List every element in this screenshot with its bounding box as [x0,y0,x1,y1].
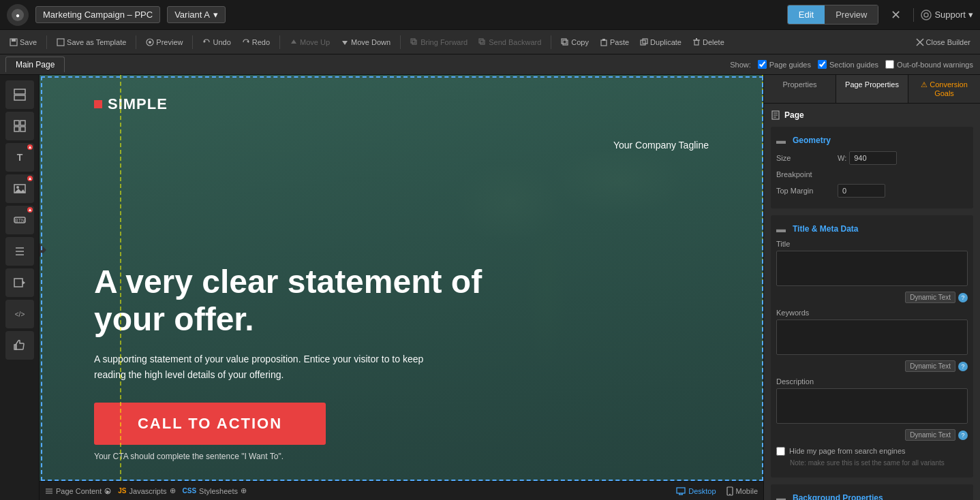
geometry-header: ▬ Geometry [776,135,968,146]
out-of-bound-toggle[interactable]: Out-of-bound warnings [885,60,973,69]
sidebar-expand-arrow[interactable] [40,243,46,257]
toolbar: Save Save as Template Preview Undo Redo … [0,30,980,54]
close-builder-button[interactable]: Close Builder [912,37,975,48]
subheadline[interactable]: A supporting statement of your value pro… [94,351,435,382]
sidebar-icon-elements[interactable] [5,112,34,140]
canvas-header-row: SIMPLE Your Company Tagline [94,95,709,195]
preview-toolbar-button[interactable]: Preview [142,37,187,48]
sidebar-icon-button[interactable]: BTN [5,206,34,234]
mobile-button[interactable]: Mobile [726,486,758,496]
svg-rect-13 [412,40,416,44]
out-of-bound-checkbox[interactable] [885,60,894,69]
keywords-dynamic-btn[interactable]: Dynamic Text [905,360,955,372]
title-help-icon[interactable]: ? [958,293,968,302]
brand-logo: SIMPLE [94,95,168,113]
duplicate-button[interactable]: Duplicate [636,37,686,48]
geometry-section: ▬ Geometry Size W: Breakpoint Top Margin [771,127,973,208]
device-group: Desktop Mobile [676,486,758,496]
cta-button[interactable]: CALL TO ACTION [94,403,326,445]
sidebar-icon-list[interactable] [5,237,34,266]
sidebar-icon-sections[interactable] [5,80,34,109]
sidebar-icon-text[interactable]: T [5,143,34,172]
svg-text:BTN: BTN [15,218,25,223]
title-textarea[interactable] [776,251,968,286]
edit-button[interactable]: Edit [788,5,825,24]
top-margin-input[interactable] [838,184,885,198]
svg-rect-19 [601,40,607,46]
svg-text:●: ● [16,12,20,19]
panel-tabs: Properties Page Properties ⚠ Conversion … [764,75,980,104]
sidebar-icon-code[interactable]: </> [5,300,34,328]
bring-forward-button[interactable]: Bring Forward [406,37,472,48]
stylesheets-tab[interactable]: CSS Stylesheets ⊕ [183,486,247,495]
title-field-row: Title [776,240,968,286]
page-guides-toggle[interactable]: Page guides [758,60,811,69]
paste-button[interactable]: Paste [596,37,633,48]
page-guides-checkbox[interactable] [758,60,767,69]
sidebar-icon-video[interactable] [5,268,34,297]
geometry-collapse[interactable]: ▬ [776,135,786,146]
svg-rect-18 [562,39,566,44]
svg-marker-38 [14,189,25,193]
hide-page-checkbox[interactable] [776,447,785,456]
brand-square [94,100,102,108]
description-dynamic-btn[interactable]: Dynamic Text [905,429,955,441]
undo-button[interactable]: Undo [198,37,234,48]
tagline: Your Company Tagline [613,140,709,151]
send-backward-button[interactable]: Send Backward [474,37,545,48]
svg-marker-9 [204,40,206,43]
headline[interactable]: A very clear statement of your offer. [94,263,503,338]
hide-page-row: Hide my page from search engines [776,446,968,456]
svg-text:</>: </> [14,311,25,318]
javascripts-tab[interactable]: JS Javascripts ⊕ [118,486,175,495]
section-guides-checkbox[interactable] [818,60,827,69]
svg-rect-17 [563,40,568,45]
section-guides-toggle[interactable]: Section guides [818,60,878,69]
sidebar-icon-image[interactable] [5,174,34,203]
keywords-help-icon[interactable]: ? [958,362,968,371]
svg-rect-32 [14,127,19,131]
variant-select[interactable]: Variant A ▾ [167,6,226,23]
move-down-button[interactable]: Move Down [337,37,395,48]
delete-button[interactable]: Delete [688,37,729,48]
canvas-bottom: Page Content ▶ JS Javascripts ⊕ CSS Styl… [40,481,763,500]
svg-rect-23 [694,40,699,45]
description-field-row: Description [776,377,968,424]
conversion-goals-tab[interactable]: ⚠ Conversion Goals [908,75,980,103]
background-collapse[interactable]: ▬ [776,493,786,500]
canvas-content: SIMPLE Your Company Tagline A very clear… [40,75,763,482]
logo-button[interactable]: ● [7,4,29,26]
top-margin-row: Top Margin [776,184,968,198]
svg-rect-28 [14,89,25,94]
support-button[interactable]: Support ▾ [921,10,973,20]
svg-text:T: T [16,152,22,163]
page-section-header: Page [771,110,973,120]
campaign-name[interactable]: Marketing Campaign – PPC [35,6,160,23]
title-dynamic-btn[interactable]: Dynamic Text [905,292,955,303]
close-topbar-button[interactable]: ✕ [885,7,906,22]
keywords-textarea[interactable] [776,319,968,355]
canvas-area: SIMPLE Your Company Tagline A very clear… [40,75,763,500]
svg-marker-35 [29,146,31,149]
desktop-button[interactable]: Desktop [676,487,716,495]
redo-button[interactable]: Redo [238,37,274,48]
page-properties-tab[interactable]: Page Properties [836,75,908,103]
save-button[interactable]: Save [5,37,41,48]
preview-button[interactable]: Preview [825,5,878,24]
keywords-field-row: Keywords [776,309,968,355]
edit-preview-group: Edit Preview [787,5,879,25]
save-template-button[interactable]: Save as Template [52,37,130,48]
move-up-button[interactable]: Move Up [286,37,334,48]
svg-rect-31 [20,121,25,125]
description-textarea[interactable] [776,388,968,424]
svg-rect-5 [12,39,16,42]
size-input[interactable] [849,151,897,165]
description-help-icon[interactable]: ? [958,431,968,440]
page-content-tab[interactable]: Page Content ▶ [45,487,111,495]
copy-button[interactable]: Copy [557,37,593,48]
sidebar-icon-thumbsup[interactable] [5,331,34,360]
title-meta-collapse[interactable]: ▬ [776,223,786,234]
properties-tab[interactable]: Properties [764,75,836,103]
main-page-tab[interactable]: Main Page [5,57,65,72]
svg-marker-47 [22,281,25,285]
